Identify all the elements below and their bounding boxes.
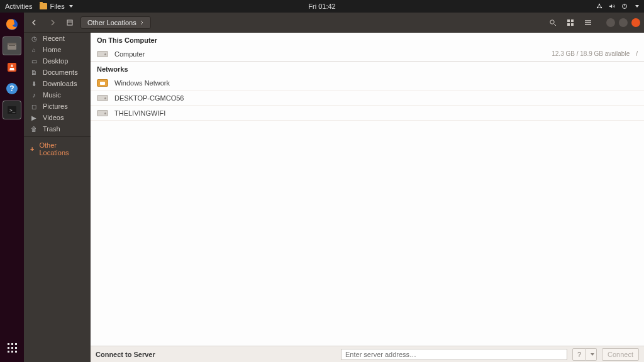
power-icon — [621, 3, 628, 10]
sidebar-item-videos[interactable]: ▶Videos — [24, 112, 91, 123]
files-window: Other Locations ◷Recent ⌂Home ▭Desktop 🗎… — [24, 13, 644, 362]
places-sidebar: ◷Recent ⌂Home ▭Desktop 🗎Documents ⬇Downl… — [24, 33, 91, 362]
row-label: DESKTOP-CGMCO56 — [114, 94, 184, 102]
sidebar-item-documents[interactable]: 🗎Documents — [24, 67, 91, 78]
section-networks: Networks — [91, 62, 644, 75]
connect-label: Connect to Server — [96, 351, 155, 358]
server-icon — [97, 94, 108, 102]
main-content: On This Computer Computer 12.3 GB / 18.9… — [91, 33, 644, 362]
location-label: Other Locations — [87, 19, 136, 26]
clock-icon: ◷ — [30, 35, 38, 42]
launcher-help[interactable]: ? — [3, 79, 21, 98]
location-bar[interactable]: Other Locations — [80, 16, 151, 29]
sidebar-item-home[interactable]: ⌂Home — [24, 44, 91, 55]
sidebar-item-downloads[interactable]: ⬇Downloads — [24, 78, 91, 89]
svg-rect-20 — [571, 23, 574, 26]
sidebar-item-recent[interactable]: ◷Recent — [24, 33, 91, 44]
network-icon — [596, 3, 603, 10]
sidebar-item-music[interactable]: ♪Music — [24, 89, 91, 101]
svg-rect-19 — [567, 23, 570, 26]
sidebar-separator — [24, 136, 91, 137]
home-icon: ⌂ — [30, 46, 38, 53]
launcher-firefox[interactable] — [3, 15, 21, 34]
window-maximize[interactable] — [619, 18, 628, 27]
server-address-input[interactable] — [341, 349, 567, 360]
svg-rect-14 — [67, 20, 72, 25]
svg-rect-17 — [567, 19, 570, 22]
location-row-network[interactable]: THELIVINGWIFI — [91, 106, 644, 121]
svg-text:>_: >_ — [9, 107, 16, 113]
launcher-software[interactable] — [3, 58, 21, 77]
files-icon — [40, 3, 47, 9]
forward-button[interactable] — [45, 16, 59, 30]
svg-text:?: ? — [9, 84, 14, 93]
path-toggle-button[interactable] — [63, 16, 77, 30]
volume-icon — [608, 3, 616, 10]
clock[interactable]: Fri 01:42 — [308, 3, 335, 10]
launcher-dock: ? >_ — [0, 13, 24, 362]
camera-icon: ◻ — [30, 102, 38, 110]
plus-icon: + — [30, 145, 34, 153]
row-label: Computer — [114, 50, 145, 58]
activities-button[interactable]: Activities — [5, 3, 32, 10]
document-icon: 🗎 — [30, 69, 38, 76]
chevron-right-icon — [140, 20, 144, 25]
grid-icon — [8, 343, 17, 353]
server-help-button[interactable]: ? — [572, 348, 586, 361]
svg-rect-18 — [571, 19, 574, 22]
app-menu-label: Files — [50, 3, 64, 10]
window-minimize[interactable] — [606, 18, 615, 27]
row-usage: 12.3 GB / 18.9 GB available — [552, 50, 630, 57]
section-on-this-computer: On This Computer — [91, 33, 644, 47]
video-icon: ▶ — [30, 114, 38, 121]
launcher-files[interactable] — [3, 36, 21, 55]
window-close[interactable] — [631, 18, 640, 27]
hamburger-button[interactable] — [581, 16, 595, 30]
svg-rect-8 — [9, 45, 15, 46]
svg-line-16 — [554, 24, 556, 26]
drive-icon — [97, 50, 108, 58]
desktop-icon: ▭ — [30, 57, 38, 65]
chevron-down-icon — [591, 353, 594, 356]
svg-point-15 — [550, 19, 554, 23]
location-row-network[interactable]: Windows Network — [91, 75, 644, 90]
connect-button[interactable]: Connect — [602, 348, 639, 361]
gnome-topbar: Activities Files Fri 01:42 — [0, 0, 644, 13]
launcher-show-apps[interactable] — [3, 338, 21, 357]
network-folder-icon — [97, 79, 108, 87]
chevron-down-icon — [69, 5, 73, 8]
svg-rect-7 — [8, 43, 16, 45]
music-icon: ♪ — [30, 91, 38, 99]
search-button[interactable] — [546, 16, 560, 30]
sidebar-item-desktop[interactable]: ▭Desktop — [24, 55, 91, 67]
sidebar-item-pictures[interactable]: ◻Pictures — [24, 101, 91, 112]
system-status-area[interactable] — [596, 3, 639, 10]
sidebar-item-trash[interactable]: 🗑Trash — [24, 123, 91, 134]
row-mount: / — [636, 50, 638, 57]
location-row-network[interactable]: DESKTOP-CGMCO56 — [91, 90, 644, 106]
app-menu[interactable]: Files — [40, 3, 72, 10]
server-recent-button[interactable] — [586, 348, 597, 361]
location-row-computer[interactable]: Computer 12.3 GB / 18.9 GB available / — [91, 47, 644, 62]
trash-icon: 🗑 — [30, 125, 38, 133]
back-button[interactable] — [28, 16, 42, 30]
headerbar: Other Locations — [24, 13, 644, 33]
download-icon: ⬇ — [30, 80, 38, 87]
chevron-down-icon — [635, 5, 639, 8]
row-label: THELIVINGWIFI — [114, 109, 165, 117]
connect-to-server-bar: Connect to Server ? Connect — [91, 346, 644, 362]
sidebar-item-other-locations[interactable]: + Other Locations — [24, 139, 91, 159]
server-icon — [97, 109, 108, 118]
launcher-terminal[interactable]: >_ — [3, 101, 21, 119]
view-grid-button[interactable] — [564, 16, 577, 30]
row-label: Windows Network — [114, 79, 170, 87]
